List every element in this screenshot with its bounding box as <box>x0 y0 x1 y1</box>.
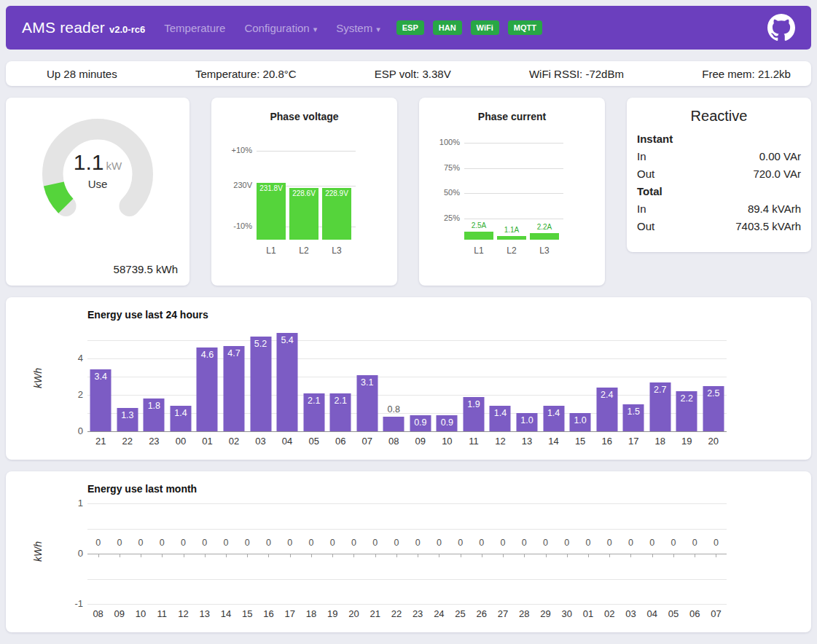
y-tick-label: 0 <box>63 425 83 436</box>
bar-slot: 1.4 <box>540 329 567 431</box>
bar-value-label: 0 <box>641 538 662 548</box>
axis-tick <box>652 554 653 557</box>
y-tick-label: 25% <box>423 213 460 222</box>
bar-value-label: 0 <box>705 538 727 548</box>
bar-slot: 1.4 <box>168 329 195 431</box>
month-chart-xlabels: 0809101112131415161718192021222324252627… <box>87 608 727 619</box>
bar-slot: 1.8 <box>141 329 168 431</box>
bar-slot: 0.9 <box>407 329 434 431</box>
axis-tick <box>332 554 333 557</box>
bar-slot: 2.7 <box>646 329 673 431</box>
bar: 228.6V <box>289 188 318 240</box>
gauge-label: Use <box>28 178 167 190</box>
bar-value-label: 3.4 <box>87 372 114 382</box>
bar-value-label: 2.2A <box>530 223 559 231</box>
nav-temperature[interactable]: Temperature <box>164 22 225 34</box>
status-badge-mqtt: MQTT <box>508 20 542 35</box>
y-tick-label: 4 <box>63 353 83 364</box>
axis-tick <box>439 554 439 557</box>
bar-slot: 3.1 <box>353 329 380 431</box>
reactive-row-label: In <box>637 148 646 165</box>
phase-bars: 231.8V228.6V228.9V <box>257 183 356 240</box>
x-tick-label: L1 <box>464 246 493 256</box>
bar-slot: 4.7 <box>221 329 248 431</box>
app-brand: AMS reader v2.0-rc6 <box>22 19 145 36</box>
bar-slot: 1.5 <box>620 329 647 431</box>
app-header: AMS reader v2.0-rc6 Temperature Configur… <box>6 6 811 50</box>
bar-slot: 1.4 <box>487 329 514 431</box>
bar-slot: 0 <box>407 503 429 604</box>
bar-slot: 0 <box>322 503 343 604</box>
bar-slot: 2.5 <box>700 329 727 431</box>
bar-value-label: 0 <box>343 538 364 548</box>
month-chart-title: Energy use last month <box>87 483 727 495</box>
bar-value-label: 0 <box>429 538 450 548</box>
nav-temperature-label: Temperature <box>164 22 225 34</box>
x-tick-label: 23 <box>407 608 429 619</box>
main-nav: Temperature Configuration▾ System▾ <box>164 22 380 34</box>
bar-value-label: 1.4 <box>487 408 514 418</box>
x-tick-label: 15 <box>567 436 594 447</box>
bar-value-label: 0 <box>599 538 620 548</box>
bar-slot: 0 <box>258 503 279 604</box>
summary-cards-row: 1.1kW Use 58739.5 kWh Phase voltage +10%… <box>6 98 811 286</box>
phase-bars: 2.5A1.1A2.2A <box>464 232 563 240</box>
reactive-card: Reactive Instant In 0.00 VAr Out 720.0 V… <box>627 98 811 252</box>
x-tick-label: 24 <box>429 608 450 619</box>
github-link[interactable] <box>767 14 795 42</box>
x-tick-label: 11 <box>461 436 488 447</box>
reactive-row-value: 7403.5 kVArh <box>735 218 801 235</box>
reactive-title: Reactive <box>627 108 811 125</box>
bar-value-label: 3.1 <box>353 377 380 388</box>
axis-tick <box>609 554 610 557</box>
x-tick-label: 20 <box>700 436 727 447</box>
x-tick-label: 01 <box>577 608 598 619</box>
bar-value-label: 1.0 <box>514 415 541 425</box>
status-item: Up 28 minutes <box>47 68 117 80</box>
bar-slot: 0 <box>343 503 364 604</box>
x-tick-label: 22 <box>386 608 407 619</box>
bar-value-label: 0 <box>194 538 215 548</box>
bar: 228.9V <box>322 188 351 240</box>
bar-value-label: 0 <box>173 538 194 548</box>
app-title: AMS reader <box>22 19 105 36</box>
x-tick-label: 13 <box>194 608 215 619</box>
bar-value-label: 0 <box>450 538 471 548</box>
nav-system[interactable]: System▾ <box>336 22 380 34</box>
bar-slot: 5.2 <box>247 329 274 431</box>
bar-value-label: 228.6V <box>289 189 318 197</box>
bar-value-label: 0 <box>407 538 429 548</box>
bar: 231.8V <box>257 183 286 240</box>
bar-value-label: 0 <box>364 538 386 548</box>
bar-value-label: 0 <box>215 538 236 548</box>
axis-tick <box>482 554 482 557</box>
day-chart-yaxis: kWh <box>17 309 58 447</box>
bar <box>197 347 218 431</box>
bar <box>224 346 245 432</box>
bar-slot: 0 <box>215 503 236 604</box>
chevron-down-icon: ▾ <box>313 25 318 34</box>
reactive-row-value: 89.4 kVArh <box>748 200 801 218</box>
bar-slot: 0 <box>130 503 151 604</box>
y-tick-label: 2 <box>63 389 83 400</box>
bar-slot: 0 <box>471 503 492 604</box>
bar-value-label: 0 <box>535 538 556 548</box>
axis-tick <box>290 554 291 557</box>
nav-configuration[interactable]: Configuration▾ <box>244 22 317 34</box>
x-tick-label: 10 <box>130 608 151 619</box>
axis-tick <box>630 554 631 557</box>
x-tick-label: 21 <box>364 608 386 619</box>
bar-slot: 0 <box>87 503 109 604</box>
bar-value-label: 1.4 <box>540 408 567 418</box>
bar-slot: 0.9 <box>434 329 461 431</box>
x-tick-label: L2 <box>497 246 526 256</box>
bar-slot: 0 <box>535 503 556 604</box>
bar-value-label: 5.4 <box>274 335 301 345</box>
bar-slot: 0 <box>364 503 386 604</box>
status-item: WiFi RSSI: -72dBm <box>529 68 624 80</box>
bar-value-label: 0 <box>237 538 258 548</box>
y-tick-label: 100% <box>423 138 460 146</box>
bar-value-label: 1.8 <box>141 401 168 411</box>
bar-value-label: 0 <box>279 538 300 548</box>
bar-value-label: 1.0 <box>567 415 594 425</box>
